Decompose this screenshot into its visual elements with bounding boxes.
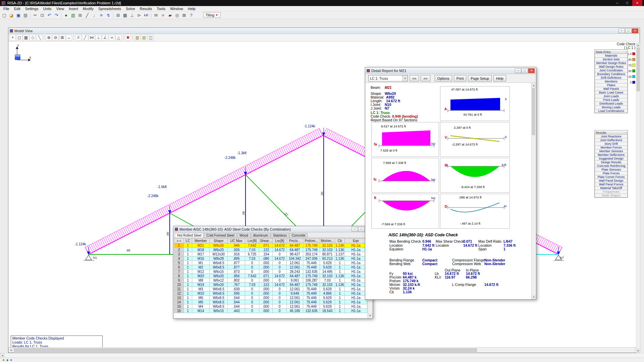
cell[interactable]: 0: [245, 300, 259, 304]
cell[interactable]: 0: [273, 309, 287, 313]
column-header-pnt-om[interactable]: Pnt/om...: [303, 239, 320, 243]
menu-window[interactable]: Window: [168, 6, 185, 11]
cell[interactable]: 1: [184, 283, 192, 287]
cell[interactable]: .595: [228, 291, 245, 296]
moving-load-icon[interactable]: ⊳: [136, 12, 143, 18]
cell[interactable]: 75.449: [303, 265, 320, 269]
cell[interactable]: W6x8.5: [210, 296, 228, 300]
cell[interactable]: 1: [184, 256, 192, 261]
copy-icon[interactable]: ⊡: [39, 12, 46, 18]
cell[interactable]: 0: [245, 304, 259, 309]
table-row[interactable]: 61M2W6x8.5.8770.000012.06175.4495.6291H1…: [174, 265, 367, 269]
cell[interactable]: 75.449: [303, 296, 320, 300]
cell[interactable]: 9.061: [287, 278, 303, 283]
table-row[interactable]: 131M6W6x8.5.5440.000012.06175.4495.6291H…: [174, 296, 367, 300]
cell[interactable]: .926: [228, 248, 245, 252]
results-plate-corner-forces[interactable]: Plate Corner Forces: [595, 175, 628, 179]
options-button[interactable]: Options: [435, 75, 452, 81]
row-number[interactable]: 8: [174, 274, 184, 278]
cell[interactable]: M8: [192, 278, 210, 283]
cell[interactable]: 0: [273, 300, 287, 304]
view-properties-icon[interactable]: ◫: [148, 35, 154, 41]
help-button[interactable]: Help: [493, 75, 506, 81]
row-number[interactable]: 12: [174, 291, 184, 296]
cell[interactable]: .856: [228, 274, 245, 278]
cell[interactable]: .916: [228, 252, 245, 256]
column-header-lc[interactable]: LC: [184, 239, 192, 243]
cell[interactable]: 75.449: [303, 287, 320, 291]
row-number[interactable]: 3: [174, 252, 184, 256]
cell[interactable]: M10: [192, 291, 210, 296]
load-combination-icon[interactable]: LC: [143, 12, 150, 18]
detail-maximize-button[interactable]: □: [522, 68, 528, 73]
cell[interactable]: 12.061: [287, 304, 303, 309]
clipboard-icon[interactable]: ⊠: [181, 12, 187, 18]
cell[interactable]: 12.061: [287, 296, 303, 300]
cut-icon[interactable]: ✂: [32, 12, 39, 18]
cell[interactable]: 0: [273, 287, 287, 291]
cell[interactable]: 247.006: [303, 256, 320, 261]
zoom-in-icon[interactable]: ⊕: [46, 35, 52, 41]
code-check-icon[interactable]: ▰: [167, 12, 173, 18]
model-view-title-bar[interactable]: Model View ─ □ ✕: [8, 28, 640, 34]
column-header-uc-max[interactable]: UC Max: [228, 239, 245, 243]
menu-spreadsheets[interactable]: Spreadsheets: [96, 6, 123, 11]
cell[interactable]: 132.635: [303, 269, 320, 274]
cell[interactable]: .000: [259, 300, 273, 304]
cell[interactable]: 0: [245, 287, 259, 291]
cell[interactable]: H1-1a: [345, 269, 367, 274]
column-header-eqn[interactable]: Eqn: [345, 239, 367, 243]
cell[interactable]: H1-1a: [345, 274, 367, 278]
cell[interactable]: 9.649: [287, 291, 303, 296]
row-number[interactable]: 7: [174, 269, 184, 274]
cell[interactable]: 1: [335, 291, 345, 296]
cell[interactable]: M18: [192, 248, 210, 252]
cell[interactable]: 14.672: [273, 243, 287, 248]
cell[interactable]: H1-1a: [345, 296, 367, 300]
cell[interactable]: M16: [192, 256, 210, 261]
scroll-up-icon[interactable]: ▲: [532, 83, 536, 87]
cell[interactable]: M21: [192, 243, 210, 248]
cell[interactable]: W12x30: [210, 252, 228, 256]
cell[interactable]: .154: [259, 252, 273, 256]
cell[interactable]: M20: [192, 274, 210, 278]
cell[interactable]: .544: [228, 296, 245, 300]
cell[interactable]: H1-1a: [345, 256, 367, 261]
modify-icon[interactable]: ⊞: [77, 12, 84, 18]
cell[interactable]: M2: [192, 265, 210, 269]
cell[interactable]: 1.136: [335, 256, 345, 261]
cell[interactable]: .122: [259, 283, 273, 287]
cell[interactable]: W6x8.5: [210, 261, 228, 265]
row-number[interactable]: 15: [174, 304, 184, 309]
cell[interactable]: H1-1a: [345, 278, 367, 283]
cell[interactable]: 0: [273, 252, 287, 256]
cell[interactable]: 0: [273, 278, 287, 283]
row-number[interactable]: 5: [174, 261, 184, 265]
cell[interactable]: 60.213: [320, 256, 335, 261]
scroll-left-icon[interactable]: ◄: [8, 348, 13, 353]
cell[interactable]: 0: [273, 265, 287, 269]
cell[interactable]: M12: [192, 269, 210, 274]
cell[interactable]: H1-1a: [345, 252, 367, 256]
cell[interactable]: 263.174: [303, 252, 320, 256]
row-number[interactable]: 13: [174, 296, 184, 300]
column-nav-arrows[interactable]: ◄ ►: [174, 239, 184, 243]
cell[interactable]: W6x15: [210, 309, 228, 313]
plates-icon[interactable]: ▦: [122, 12, 128, 18]
cell[interactable]: 1: [184, 265, 192, 269]
cell[interactable]: H1-1a: [345, 304, 367, 309]
row-number[interactable]: 9: [174, 278, 184, 283]
cell[interactable]: 104.342: [287, 256, 303, 261]
cell[interactable]: 14.495: [320, 269, 335, 274]
row-number[interactable]: 4: [174, 256, 184, 261]
scroll-down-icon[interactable]: ▼: [532, 295, 536, 299]
table-row[interactable]: 71M12W6x15.8730.000028.243132.63514.4951…: [174, 269, 367, 274]
cell[interactable]: M3: [192, 287, 210, 291]
new-file-icon[interactable]: ▢: [1, 12, 8, 18]
box-select-icon[interactable]: ◻: [16, 35, 22, 41]
cell[interactable]: 32.103: [320, 248, 335, 252]
cell[interactable]: 1: [335, 300, 345, 304]
data-entry-boundary-conditions[interactable]: Boundary Conditions: [595, 72, 628, 76]
cell[interactable]: .443: [228, 309, 245, 313]
menu-units[interactable]: Units: [41, 6, 54, 11]
